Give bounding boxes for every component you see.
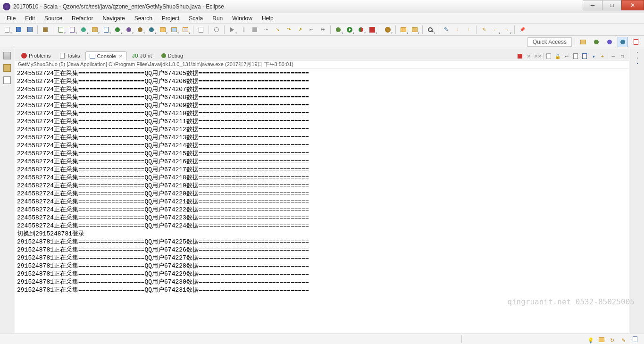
step-over-button[interactable]: ↷ xyxy=(284,25,294,35)
perspective-java-button[interactable] xyxy=(618,37,628,47)
search-button[interactable] xyxy=(425,25,435,35)
menu-refactor[interactable]: Refactor xyxy=(67,14,98,23)
menu-help[interactable]: Help xyxy=(257,14,278,23)
new-project-button[interactable] xyxy=(180,25,191,35)
tab-debug[interactable]: Debug xyxy=(157,51,187,60)
new-annotation-button[interactable] xyxy=(146,25,157,35)
center-area: Problems Tasks Console ✕ JU JUnit Debug xyxy=(15,49,629,333)
new-class-button[interactable] xyxy=(112,25,123,35)
package-explorer-icon[interactable] xyxy=(3,64,11,72)
last-edit-button[interactable]: ✎ xyxy=(479,25,489,35)
console-clear-button[interactable] xyxy=(545,52,552,60)
menu-edit[interactable]: Edit xyxy=(20,14,40,23)
type-hierarchy-icon[interactable] xyxy=(3,76,11,84)
terminate-button[interactable] xyxy=(250,25,260,35)
perspective-open-button[interactable] xyxy=(578,37,588,47)
menu-project[interactable]: Project xyxy=(157,14,184,23)
build-button[interactable] xyxy=(40,25,50,35)
console-scroll-lock-button[interactable]: 🔒 xyxy=(554,52,561,60)
step-return-button[interactable]: ↗ xyxy=(295,25,305,35)
new-task-button[interactable] xyxy=(398,25,409,35)
coverage-button[interactable] xyxy=(356,25,366,35)
drop-frame-button[interactable]: ⇤ xyxy=(306,25,317,35)
sb-sync-icon[interactable]: ↻ xyxy=(610,336,619,343)
new-source-folder-button[interactable] xyxy=(158,25,168,35)
run-button[interactable] xyxy=(344,25,355,35)
forward-button[interactable]: → xyxy=(502,25,512,35)
menu-navigate[interactable]: Navigate xyxy=(98,14,129,23)
perspective-scala-button[interactable] xyxy=(631,37,641,47)
new-java-project-button[interactable] xyxy=(169,25,179,35)
perspective-debug-button[interactable] xyxy=(591,37,602,47)
step-filters-button[interactable]: ↦ xyxy=(318,25,328,35)
disconnect-button[interactable]: ⤳ xyxy=(261,25,271,35)
minimize-button[interactable]: ─ xyxy=(583,0,602,10)
close-button[interactable]: ✕ xyxy=(621,0,644,10)
back-button[interactable]: ← xyxy=(490,25,501,35)
console-remove-terminated-button[interactable]: ✕ xyxy=(525,52,533,60)
step-into-button[interactable]: ↘ xyxy=(272,25,283,35)
quick-access-field[interactable]: Quick Access xyxy=(527,37,572,47)
save-all-button[interactable] xyxy=(25,25,35,35)
sb-tip-icon[interactable]: 💡 xyxy=(587,336,596,343)
console-new-button[interactable]: + xyxy=(599,52,606,60)
external-tools-button[interactable] xyxy=(367,25,377,35)
new-interface-button[interactable] xyxy=(124,25,134,35)
sb-search-icon[interactable] xyxy=(633,336,641,343)
new-button[interactable] xyxy=(2,25,12,35)
new-object-button[interactable] xyxy=(78,25,89,35)
workspace: Problems Tasks Console ✕ JU JUnit Debug xyxy=(0,48,644,334)
new-app-button[interactable] xyxy=(101,25,111,35)
tab-tasks[interactable]: Tasks xyxy=(56,51,84,60)
console-open-button[interactable]: ▾ xyxy=(590,52,597,60)
console-output[interactable]: 2245582724正在采集==================QQ用户6742… xyxy=(15,69,629,333)
new-server-button[interactable] xyxy=(383,25,393,35)
toggle-mark-button[interactable]: ✎ xyxy=(441,25,451,35)
tab-problems[interactable]: Problems xyxy=(17,51,55,60)
new-trait-button[interactable] xyxy=(67,25,77,35)
suspend-button[interactable]: ∥ xyxy=(238,25,249,35)
menu-search[interactable]: Search xyxy=(130,14,157,23)
prev-annotation-button[interactable]: ↑ xyxy=(463,25,474,35)
console-toolbar: ✕ ✕✕ 🔒 ↩ ▾ + ─ □ xyxy=(516,52,629,60)
console-minimize-button[interactable]: ─ xyxy=(610,52,617,60)
open-type-button[interactable] xyxy=(196,25,206,35)
open-task-button[interactable] xyxy=(410,25,420,35)
menu-source[interactable]: Source xyxy=(40,14,67,23)
console-maximize-button[interactable]: □ xyxy=(619,52,626,60)
outline-icon[interactable] xyxy=(637,63,638,64)
new-scala-button[interactable] xyxy=(56,25,66,35)
tab-console[interactable]: Console ✕ xyxy=(85,51,127,60)
console-show-button[interactable] xyxy=(581,52,588,60)
debug-button[interactable] xyxy=(333,25,343,35)
console-header: GetMyShuoShuo (5) [Java Application] C:\… xyxy=(15,60,629,69)
maximize-button[interactable]: □ xyxy=(602,0,622,10)
menu-run[interactable]: Run xyxy=(208,14,227,23)
console-word-wrap-button[interactable]: ↩ xyxy=(563,52,570,60)
perspective-java-ee-button[interactable] xyxy=(604,37,615,47)
next-annotation-button[interactable]: ↓ xyxy=(452,25,462,35)
skip-breakpoints-button[interactable] xyxy=(211,25,222,35)
menu-window[interactable]: Window xyxy=(227,14,257,23)
tab-junit-label: JUnit xyxy=(140,53,152,59)
console-remove-all-button[interactable]: ✕✕ xyxy=(534,52,542,60)
console-terminate-button[interactable] xyxy=(516,52,524,60)
restore-icon[interactable] xyxy=(3,52,11,59)
pin-button[interactable]: 📌 xyxy=(517,25,527,35)
menu-scala[interactable]: Scala xyxy=(184,14,208,23)
new-package-button[interactable] xyxy=(90,25,100,35)
tab-junit[interactable]: JU JUnit xyxy=(128,51,156,60)
menu-file[interactable]: File xyxy=(2,14,20,23)
sb-updates-icon[interactable] xyxy=(599,336,607,343)
restore-right-icon[interactable] xyxy=(637,52,638,53)
quick-access-bar: Quick Access xyxy=(0,36,644,48)
resume-button[interactable] xyxy=(227,25,237,35)
save-button[interactable] xyxy=(13,25,24,35)
new-enum-button[interactable] xyxy=(135,25,145,35)
task-list-icon[interactable] xyxy=(637,58,638,59)
console-pin-button[interactable] xyxy=(572,52,579,60)
sb-edit-icon[interactable]: ✎ xyxy=(621,336,630,343)
close-icon[interactable]: ✕ xyxy=(119,54,123,59)
statusbar: 💡 ↻ ✎ xyxy=(0,334,644,344)
junit-icon: JU xyxy=(132,53,138,59)
